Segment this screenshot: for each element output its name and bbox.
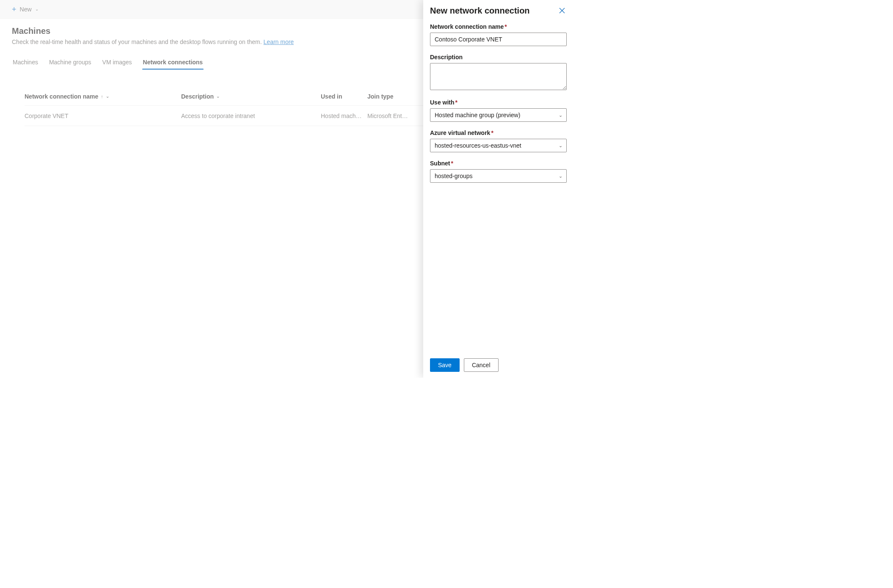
name-label: Network connection name* [430, 23, 567, 30]
use-with-label-text: Use with [430, 99, 455, 106]
required-indicator: * [451, 160, 453, 167]
learn-more-link[interactable]: Learn more [264, 38, 294, 45]
new-button-label: New [20, 6, 32, 13]
use-with-label: Use with* [430, 99, 567, 106]
vnet-label: Azure virtual network* [430, 129, 567, 136]
close-icon[interactable] [557, 6, 567, 16]
column-header-join-type[interactable]: Join type [367, 93, 427, 100]
description-textarea[interactable] [430, 63, 567, 90]
subnet-label: Subnet* [430, 160, 567, 167]
tab-machine-groups[interactable]: Machine groups [48, 56, 92, 70]
column-header-description-label: Description [181, 93, 214, 100]
column-header-name-label: Network connection name [25, 93, 98, 100]
cell-description: Access to corporate intranet [181, 113, 321, 119]
required-indicator: * [491, 129, 493, 136]
tab-vm-images[interactable]: VM images [102, 56, 133, 70]
cancel-button[interactable]: Cancel [464, 358, 499, 372]
vnet-select[interactable] [430, 139, 567, 152]
cell-join-type: Microsoft Ent… [367, 113, 427, 119]
column-header-join-type-label: Join type [367, 93, 393, 100]
subtitle-text: Check the real-time health and status of… [12, 38, 264, 45]
panel-title: New network connection [430, 6, 530, 16]
tab-network-connections[interactable]: Network connections [142, 56, 204, 70]
new-button[interactable]: + New ⌄ [12, 5, 39, 13]
column-header-used-in-label: Used in [321, 93, 342, 100]
description-label: Description [430, 54, 567, 60]
chevron-down-icon: ⌄ [106, 94, 109, 99]
new-connection-panel: New network connection Network connectio… [423, 0, 573, 378]
use-with-select[interactable] [430, 108, 567, 122]
subnet-label-text: Subnet [430, 160, 450, 167]
panel-footer: Save Cancel [423, 352, 573, 378]
column-header-description[interactable]: Description ⌄ [181, 93, 321, 100]
column-header-name[interactable]: Network connection name ↑ ⌄ [25, 93, 181, 100]
tab-machines[interactable]: Machines [12, 56, 39, 70]
save-button[interactable]: Save [430, 358, 460, 372]
column-header-used-in[interactable]: Used in [321, 93, 367, 100]
subnet-select[interactable] [430, 169, 567, 183]
vnet-label-text: Azure virtual network [430, 129, 490, 136]
cell-used-in: Hosted mach… [321, 113, 367, 119]
sort-ascending-icon: ↑ [101, 94, 103, 99]
name-input[interactable] [430, 33, 567, 46]
plus-icon: + [12, 5, 17, 13]
cell-name: Corporate VNET [25, 113, 181, 119]
required-indicator: * [504, 23, 507, 30]
chevron-down-icon: ⌄ [216, 94, 220, 99]
chevron-down-icon: ⌄ [35, 7, 39, 11]
required-indicator: * [455, 99, 458, 106]
name-label-text: Network connection name [430, 23, 504, 30]
